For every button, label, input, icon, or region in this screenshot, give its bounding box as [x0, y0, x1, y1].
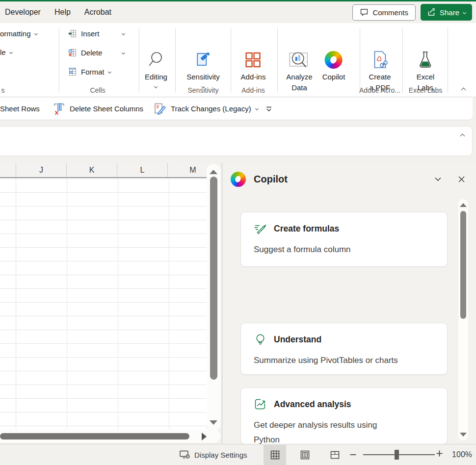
analyze-data-button[interactable]: Analyze Data	[286, 50, 312, 93]
chevron-down-icon	[434, 175, 442, 183]
delete-label: Delete	[81, 49, 102, 57]
chevron-down-icon	[122, 51, 125, 54]
column-header-k[interactable]: K	[67, 163, 117, 177]
comment-icon	[360, 8, 369, 17]
conditional-formatting-label: ormatting	[0, 29, 31, 38]
delete-sheet-rows-button[interactable]: Sheet Rows	[0, 98, 40, 120]
close-pane-button[interactable]	[454, 172, 468, 186]
overflow-chevron-icon	[265, 105, 273, 112]
scroll-down-icon[interactable]	[460, 433, 467, 437]
page-break-preview-button[interactable]	[323, 445, 346, 465]
column-header-m[interactable]: M	[168, 163, 207, 177]
copilot-ribbon-button[interactable]: Copilot	[322, 50, 345, 82]
track-changes-icon	[154, 103, 166, 115]
scroll-up-icon[interactable]	[210, 170, 217, 174]
page-layout-icon	[300, 450, 310, 460]
addins-button[interactable]: Add-ins	[241, 50, 266, 82]
zoom-level-label[interactable]: 100%	[452, 444, 472, 465]
group-divider	[231, 28, 231, 93]
pane-scrollbar-thumb[interactable]	[460, 211, 466, 319]
display-settings-icon	[180, 450, 191, 460]
share-button[interactable]: Share	[421, 4, 472, 21]
formula-bar[interactable]	[0, 126, 473, 156]
copilot-ribbon-label: Copilot	[322, 72, 345, 82]
analyze-data-label-line1: Analyze	[286, 72, 312, 82]
group-divider	[277, 28, 278, 93]
ribbon-tab-bar: Developer Help Acrobat Comments Share	[0, 1, 476, 23]
group-divider	[402, 28, 403, 93]
comments-button[interactable]: Comments	[352, 4, 416, 21]
scroll-down-icon[interactable]	[210, 420, 217, 425]
horizontal-scrollbar-thumb[interactable]	[0, 433, 189, 439]
copilot-pane-title: Copilot	[254, 174, 288, 185]
spreadsheet-grid[interactable]	[0, 179, 207, 429]
addins-label: Add-ins	[241, 72, 266, 82]
tab-acrobat[interactable]: Acrobat	[83, 8, 124, 17]
sensitivity-icon	[194, 50, 212, 70]
formula-pen-icon	[254, 222, 267, 235]
card-understand[interactable]: Understand Summarize using PivotTables o…	[240, 323, 448, 375]
magnifier-icon	[148, 50, 164, 70]
collapse-pane-button[interactable]	[431, 172, 445, 186]
normal-view-button[interactable]	[264, 445, 286, 465]
comments-label: Comments	[372, 8, 408, 17]
group-divider	[360, 28, 360, 93]
horizontal-scrollbar[interactable]	[0, 429, 220, 443]
card-advanced-analysis[interactable]: Advanced analysis Get deeper analysis re…	[240, 388, 448, 444]
insert-cells-icon	[68, 29, 77, 38]
copilot-logo-icon	[325, 50, 343, 70]
cells-group-label: Cells	[90, 86, 105, 94]
conditional-formatting-button[interactable]: ormatting	[0, 29, 37, 38]
share-icon	[427, 8, 436, 17]
copilot-pane-header: Copilot	[231, 171, 468, 187]
create-pdf-label-line1: Create	[369, 72, 391, 82]
column-header-j[interactable]: J	[16, 163, 67, 177]
delete-cells-button[interactable]: Delete	[68, 48, 125, 57]
insert-label: Insert	[81, 29, 100, 38]
tab-help[interactable]: Help	[53, 8, 83, 17]
card-subtitle: Summarize using PivotTables or charts	[254, 353, 435, 368]
zoom-out-button[interactable]	[349, 451, 357, 458]
vertical-scrollbar[interactable]	[207, 164, 221, 431]
vertical-scrollbar-thumb[interactable]	[210, 177, 217, 380]
column-headers: J K L M	[0, 163, 207, 178]
sheet-rows-label: Sheet Rows	[0, 104, 40, 113]
delete-sheet-columns-icon	[53, 103, 65, 115]
zoom-slider-thumb[interactable]	[395, 450, 399, 460]
delete-cells-icon	[68, 48, 77, 57]
sensitivity-button[interactable]: Sensitivity	[186, 50, 220, 88]
zoom-in-button[interactable]	[436, 450, 443, 457]
chevron-down-icon	[122, 32, 125, 35]
insert-cells-button[interactable]: Insert	[68, 29, 125, 38]
editing-button[interactable]: Editing	[145, 50, 167, 88]
scroll-right-icon[interactable]	[202, 433, 207, 440]
copilot-logo-icon	[231, 172, 246, 187]
track-changes-button[interactable]: Track Changes (Legacy)	[154, 98, 258, 120]
chevron-down-icon	[9, 51, 13, 54]
format-as-table-button[interactable]: le	[0, 48, 12, 56]
collapse-formula-bar-icon[interactable]	[460, 134, 465, 139]
format-label: Format	[81, 68, 105, 76]
zoom-slider-track[interactable]	[363, 454, 435, 455]
custom-toolbar: Sheet Rows Delete Sheet Columns Track Ch…	[0, 98, 473, 120]
column-header-partial[interactable]	[0, 163, 16, 177]
format-cells-button[interactable]: Format	[68, 67, 125, 77]
format-as-table-label: le	[0, 48, 6, 56]
editing-label: Editing	[145, 72, 167, 82]
delete-sheet-columns-label: Delete Sheet Columns	[70, 104, 143, 113]
page-layout-view-button[interactable]	[293, 445, 316, 465]
collapse-ribbon-icon[interactable]	[461, 88, 466, 93]
column-header-l[interactable]: L	[117, 163, 168, 177]
card-create-formulas[interactable]: Create formulas Suggest a formula column	[240, 212, 448, 267]
delete-sheet-columns-button[interactable]: Delete Sheet Columns	[53, 98, 143, 120]
tab-developer[interactable]: Developer	[4, 8, 53, 17]
chevron-down-icon	[34, 32, 37, 35]
addins-grid-icon	[244, 50, 262, 70]
display-settings-button[interactable]: Display Settings	[180, 444, 247, 465]
sensitivity-group-label: Sensitivity	[187, 86, 218, 94]
scroll-up-icon[interactable]	[460, 203, 467, 207]
toolbar-overflow-button[interactable]	[265, 98, 273, 120]
pane-scrollbar[interactable]	[458, 199, 468, 440]
sensitivity-label: Sensitivity	[186, 72, 220, 82]
flask-icon	[417, 50, 434, 70]
